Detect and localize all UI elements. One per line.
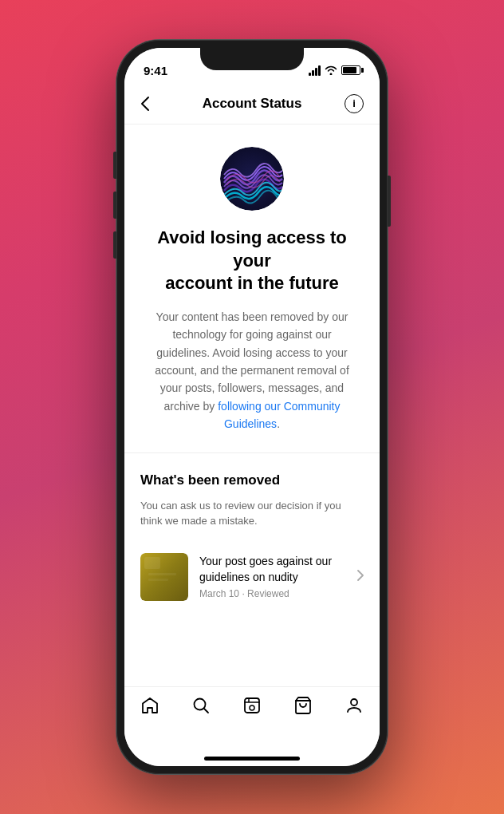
phone-screen: 9:41 (124, 48, 380, 766)
home-icon (140, 695, 160, 716)
tab-home[interactable] (132, 695, 168, 716)
home-indicator (124, 750, 380, 766)
hero-section: Avoid losing access to your account in t… (124, 124, 380, 452)
battery-icon (341, 65, 360, 75)
tab-search[interactable] (183, 695, 219, 716)
notch (200, 48, 304, 70)
back-button[interactable] (140, 96, 166, 112)
reels-icon (242, 695, 262, 716)
hero-description: Your content has been removed by our tec… (147, 308, 357, 433)
home-bar (204, 757, 300, 761)
post-title: Your post goes against our guidelines on… (199, 554, 346, 585)
info-icon: i (345, 94, 364, 113)
removed-section-title: What's been removed (140, 472, 364, 488)
post-list-item[interactable]: Your post goes against our guidelines on… (140, 543, 364, 610)
svg-point-8 (351, 699, 357, 705)
svg-point-7 (250, 705, 254, 710)
phone-device: 9:41 (116, 40, 388, 774)
nav-bar: Account Status i (124, 83, 380, 124)
tab-shop[interactable] (285, 695, 321, 716)
profile-icon (344, 695, 364, 716)
removed-section: What's been removed You can ask us to re… (124, 453, 380, 626)
post-thumbnail (140, 553, 188, 601)
status-icons (309, 65, 360, 76)
wifi-icon (325, 65, 337, 75)
avatar (220, 147, 284, 211)
svg-rect-2 (144, 557, 160, 569)
post-info: Your post goes against our guidelines on… (199, 554, 346, 599)
battery-fill (343, 67, 356, 73)
tab-profile[interactable] (336, 695, 372, 716)
post-chevron-icon (357, 570, 364, 584)
info-button[interactable]: i (338, 94, 364, 113)
svg-rect-3 (148, 573, 176, 575)
signal-icon (309, 65, 321, 76)
main-heading: Avoid losing access to your account in t… (147, 227, 357, 295)
post-meta: March 10 · Reviewed (199, 588, 346, 599)
tab-reels[interactable] (234, 695, 270, 716)
page-title: Account Status (203, 96, 302, 112)
removed-section-description: You can ask us to review our decision if… (140, 498, 364, 529)
main-content: Avoid losing access to your account in t… (124, 124, 380, 686)
search-icon (191, 695, 211, 716)
status-time: 9:41 (144, 64, 167, 77)
tab-bar (124, 686, 380, 750)
svg-rect-4 (148, 579, 168, 581)
status-bar: 9:41 (124, 48, 380, 83)
shop-icon (293, 695, 313, 716)
